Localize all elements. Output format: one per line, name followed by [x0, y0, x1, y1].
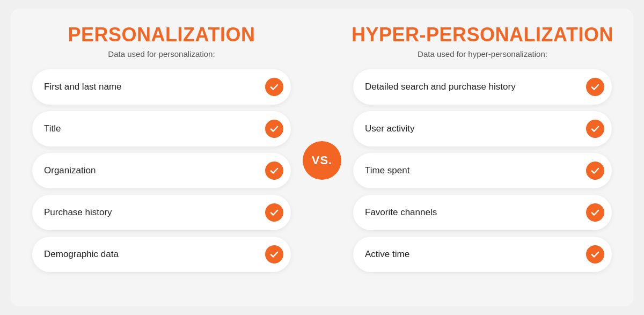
- list-item: First and last name: [32, 69, 291, 105]
- list-item: Purchase history: [32, 195, 291, 230]
- check-icon: [265, 120, 283, 138]
- list-item-text: Favorite channels: [365, 207, 437, 218]
- hyper-personalization-column: HYPER-PERSONALIZATION Data used for hype…: [349, 24, 616, 291]
- vs-divider: VS.: [295, 24, 349, 291]
- personalization-column: PERSONALIZATION Data used for personaliz…: [28, 24, 295, 291]
- personalization-subtitle: Data used for personalization:: [108, 49, 215, 58]
- check-icon: [586, 203, 604, 222]
- list-item: User activity: [353, 111, 612, 146]
- list-item: Active time: [353, 237, 612, 272]
- check-icon: [265, 162, 283, 180]
- check-icon: [265, 245, 283, 263]
- hyper-personalization-title: HYPER-PERSONALIZATION: [352, 24, 613, 46]
- list-item: Demographic data: [32, 237, 291, 272]
- list-item: Organization: [32, 153, 291, 188]
- check-icon: [586, 78, 604, 96]
- list-item-text: Time spent: [365, 165, 409, 176]
- list-item-text: Active time: [365, 249, 409, 260]
- check-icon: [265, 203, 283, 222]
- list-item: Time spent: [353, 153, 612, 188]
- list-item: Title: [32, 111, 291, 146]
- personalization-list: First and last name Title Organization: [28, 69, 295, 272]
- list-item-text: First and last name: [44, 82, 122, 92]
- main-container: PERSONALIZATION Data used for personaliz…: [11, 9, 633, 306]
- list-item-text: Organization: [44, 165, 96, 176]
- vs-badge: VS.: [303, 141, 341, 180]
- hyper-personalization-subtitle: Data used for hyper-personalization:: [418, 49, 547, 58]
- check-icon: [586, 245, 604, 263]
- personalization-title: PERSONALIZATION: [68, 24, 255, 46]
- list-item-text: Purchase history: [44, 207, 112, 218]
- list-item: Favorite channels: [353, 195, 612, 230]
- check-icon: [586, 120, 604, 138]
- list-item-text: Title: [44, 123, 61, 134]
- check-icon: [586, 162, 604, 180]
- check-icon: [265, 78, 283, 96]
- list-item-text: Detailed search and purchase history: [365, 82, 516, 92]
- list-item: Detailed search and purchase history: [353, 69, 612, 105]
- list-item-text: Demographic data: [44, 249, 119, 260]
- list-item-text: User activity: [365, 123, 415, 134]
- hyper-personalization-list: Detailed search and purchase history Use…: [349, 69, 616, 272]
